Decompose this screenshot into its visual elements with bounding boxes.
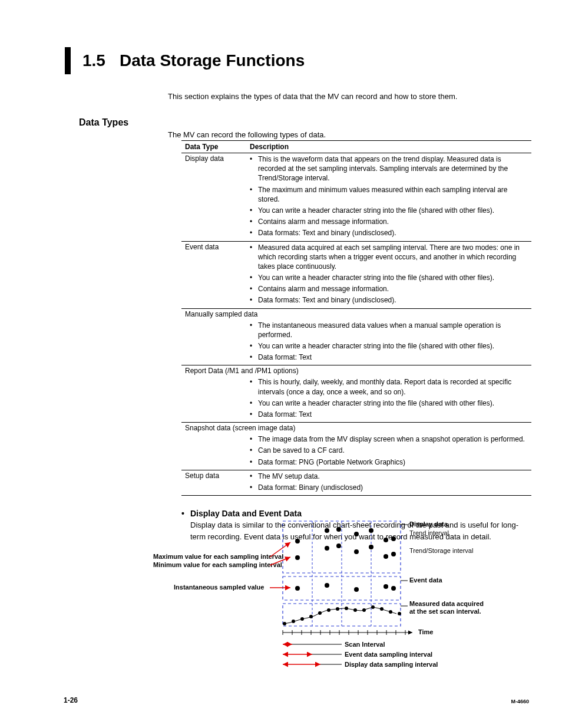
table-row: Snapshot data (screen image data)	[181, 423, 531, 434]
svg-point-37	[389, 610, 392, 614]
table-row: The instantaneous measured data values w…	[181, 319, 531, 365]
list-item: This is hourly, daily, weekly, and month…	[250, 377, 528, 396]
svg-point-38	[398, 612, 401, 615]
label-display-sampling: Display data sampling interval	[345, 661, 438, 668]
cell-desc: The instantaneous measured data values w…	[246, 319, 531, 365]
svg-point-13	[354, 549, 359, 554]
svg-point-14	[369, 528, 373, 533]
cell-span: Manually sampled data	[181, 308, 531, 319]
svg-rect-2	[283, 604, 401, 626]
list-item: Contains alarm and message information.	[250, 284, 528, 294]
list-item: You can write a header character string …	[250, 398, 528, 408]
label-trend-interval: Trend interval	[409, 529, 449, 536]
table-row: Manually sampled data	[181, 308, 531, 319]
cell-span: Snapshot data (screen image data)	[181, 423, 531, 434]
subsection-heading: Data Types	[79, 117, 527, 128]
svg-point-16	[384, 538, 388, 542]
svg-point-8	[325, 528, 329, 533]
svg-point-32	[345, 607, 348, 610]
table-row: This is hourly, daily, weekly, and month…	[181, 376, 531, 422]
label-event-data: Event data	[409, 577, 443, 584]
svg-point-29	[318, 611, 322, 615]
table-row: The image data from the MV display scree…	[181, 433, 531, 470]
cell-type: Setup data	[181, 470, 246, 495]
section-number: 1.5	[82, 51, 105, 70]
list-item: Data format: Binary (undisclosed)	[250, 483, 528, 492]
table-row: Setup data The MV setup data. Data forma…	[181, 470, 531, 495]
title-accent-bar	[65, 47, 71, 74]
label-display-data: Display data	[409, 521, 448, 528]
svg-point-33	[353, 608, 357, 612]
list-item: The instantaneous measured data values w…	[250, 321, 528, 340]
svg-point-10	[336, 527, 341, 532]
table-row: Event data Measured data acquired at eac…	[181, 241, 531, 308]
label-measured2: at the set scan interval.	[409, 608, 481, 615]
list-item: Can be saved to a CF card.	[250, 446, 528, 455]
list-item: The MV setup data.	[250, 472, 528, 481]
label-maxval: Maximum value for each sampling interval	[153, 553, 283, 560]
timing-diagram: Display data Trend interval Trend/Storag…	[147, 518, 513, 677]
svg-point-27	[300, 617, 304, 621]
svg-point-9	[325, 546, 329, 551]
list-item: Data formats: Text and binary (undisclos…	[250, 295, 528, 305]
svg-point-36	[380, 607, 384, 611]
list-item: Data format: Text	[250, 353, 528, 362]
label-measured1: Measured data acquired	[409, 600, 484, 607]
svg-point-18	[391, 536, 396, 541]
list-item: You can write a header character string …	[250, 273, 528, 282]
list-item: Data format: Text	[250, 410, 528, 419]
cell-desc: The MV setup data. Data format: Binary (…	[246, 470, 531, 495]
svg-point-19	[391, 552, 396, 556]
cell-span: Report Data (/M1 and /PM1 options)	[181, 365, 531, 377]
label-instant: Instantaneous sampled value	[174, 584, 264, 591]
svg-point-35	[371, 605, 375, 609]
intro-text: This section explains the types of data …	[168, 92, 527, 101]
label-minval: Minimum value for each sampling interval	[153, 561, 282, 568]
list-item: You can write a header character string …	[250, 341, 528, 351]
svg-point-26	[292, 620, 295, 623]
doc-id: M-4660	[511, 699, 529, 704]
svg-point-30	[327, 608, 330, 612]
cell-desc: Measured data acquired at each set sampl…	[246, 241, 531, 308]
svg-point-6	[295, 539, 300, 543]
label-time: Time	[418, 628, 433, 635]
page-number: 1-26	[64, 696, 78, 704]
list-item: Measured data acquired at each set sampl…	[250, 243, 528, 272]
subsection-intro: The MV can record the following types of…	[168, 130, 527, 139]
list-item: Data formats: Text and binary (undisclos…	[250, 228, 528, 238]
svg-point-17	[384, 554, 388, 559]
label-event-sampling: Event data sampling interval	[345, 651, 432, 658]
section-title: Data Storage Functions	[120, 51, 305, 70]
label-scan-interval: Scan Interval	[345, 641, 385, 648]
svg-point-22	[354, 587, 359, 592]
table-row: Report Data (/M1 and /PM1 options)	[181, 365, 531, 377]
cell-desc: This is the waveform data that appears o…	[246, 153, 531, 242]
cell-type: Display data	[181, 153, 246, 242]
cell-type: Event data	[181, 241, 246, 308]
list-item: Data format: PNG (Portable Network Graph…	[250, 457, 528, 467]
list-item: This is the waveform data that appears o…	[250, 154, 528, 183]
page-title-row: 1.5 Data Storage Functions	[35, 47, 527, 74]
cell-desc: The image data from the MV display scree…	[246, 433, 531, 470]
svg-point-20	[295, 586, 300, 591]
list-item: The maximum and minimum values measured …	[250, 185, 528, 204]
svg-point-34	[362, 608, 366, 612]
svg-point-15	[369, 545, 373, 549]
svg-point-12	[354, 532, 359, 536]
th-desc: Description	[246, 141, 531, 153]
subsection-title: Display Data and Event Data	[190, 509, 302, 518]
label-trend-storage: Trend/Storage interval	[409, 547, 473, 554]
bullet-icon: •	[181, 509, 184, 518]
data-types-table: Data Type Description Display data This …	[181, 140, 531, 496]
svg-point-24	[391, 586, 396, 591]
list-item: The image data from the MV display scree…	[250, 434, 528, 444]
svg-point-25	[283, 622, 286, 625]
svg-point-31	[336, 607, 339, 611]
th-type: Data Type	[181, 141, 246, 153]
list-item: Contains alarm and message information.	[250, 217, 528, 226]
list-item: You can write a header character string …	[250, 206, 528, 215]
svg-point-7	[295, 555, 300, 560]
subsection-title-row: • Display Data and Event Data	[181, 509, 527, 518]
svg-point-28	[309, 615, 313, 618]
cell-desc: This is hourly, daily, weekly, and month…	[246, 376, 531, 422]
